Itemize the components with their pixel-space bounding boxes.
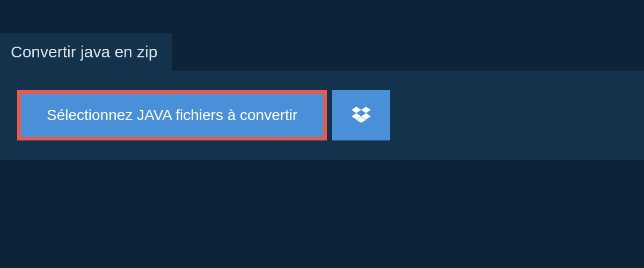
dropbox-button[interactable]: [332, 90, 390, 140]
select-files-button[interactable]: Sélectionnez JAVA fichiers à convertir: [17, 90, 327, 140]
converter-panel: Sélectionnez JAVA fichiers à convertir: [0, 71, 644, 160]
tab-title: Convertir java en zip: [11, 43, 157, 61]
select-files-label: Sélectionnez JAVA fichiers à convertir: [47, 107, 297, 123]
dropbox-icon: [352, 105, 371, 126]
actions-row: Sélectionnez JAVA fichiers à convertir: [17, 90, 627, 140]
tab-convert[interactable]: Convertir java en zip: [0, 33, 172, 71]
tab-bar: Convertir java en zip: [0, 0, 644, 71]
